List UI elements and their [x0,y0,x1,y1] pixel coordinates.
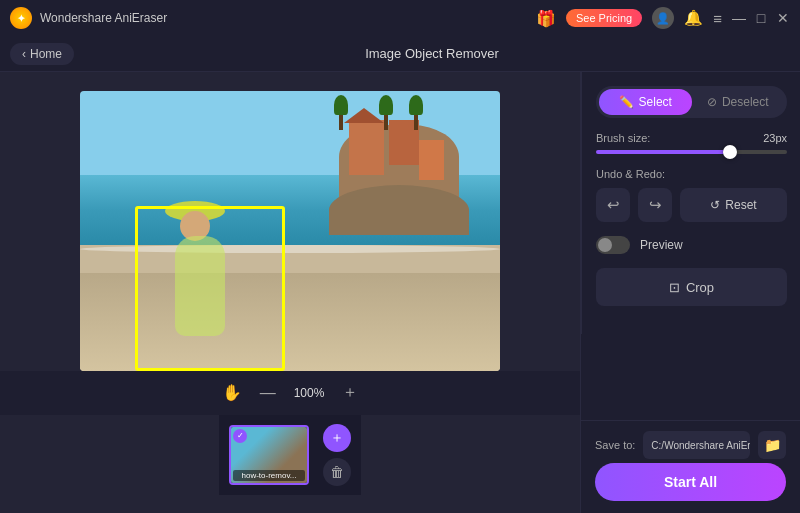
roof-1 [344,108,384,123]
undo-redo-section: Undo & Redo: ↩ ↪ ↺ Reset [596,168,787,222]
canvas-toolbar: ✋ — 100% ＋ [0,371,580,415]
home-button[interactable]: ‹ Home [10,43,74,65]
app-name: Wondershare AniEraser [40,11,167,25]
thumb-label: how-to-remov... [233,470,305,481]
folder-browse-button[interactable]: 📁 [758,431,786,459]
notification-icon[interactable]: 🔔 [684,9,703,27]
undo-button[interactable]: ↩ [596,188,630,222]
tree-1 [334,95,348,130]
reset-icon: ↺ [710,198,720,212]
brush-icon: ✏️ [619,95,634,109]
avatar[interactable]: 👤 [652,7,674,29]
tree-3 [409,95,423,130]
save-row: Save to: C:/Wondershare AniEraser/li ▾ 📁 [595,431,786,459]
island [319,105,479,235]
mode-toggle: ✏️ Select ⊘ Deselect [596,86,787,118]
minimize-button[interactable]: — [732,11,746,25]
reset-button[interactable]: ↺ Reset [680,188,787,222]
zoom-level: 100% [294,386,325,400]
eraser-icon: ⊘ [707,95,717,109]
preview-row: Preview [596,236,787,254]
tree-2 [379,95,393,130]
see-pricing-button[interactable]: See Pricing [566,9,642,27]
right-panel: ✏️ Select ⊘ Deselect Brush size: 23px [580,72,800,513]
thumb-actions: ＋ 🗑 [323,424,351,486]
hand-tool-button[interactable]: ✋ [222,383,242,402]
toggle-knob [598,238,612,252]
crop-icon: ⊡ [669,280,680,295]
right-panel-controls: ✏️ Select ⊘ Deselect Brush size: 23px [581,72,800,334]
zoom-out-button[interactable]: — [260,384,276,402]
undo-redo-row: ↩ ↪ ↺ Reset [596,188,787,222]
thumb-check-icon: ✓ [233,429,247,443]
preview-toggle[interactable] [596,236,630,254]
thumbnails-row: ✓ how-to-remov... ＋ 🗑 [219,415,361,495]
save-path[interactable]: C:/Wondershare AniEraser/li ▾ [643,431,750,459]
app-logo: ✦ [10,7,32,29]
title-bar-left: ✦ Wondershare AniEraser [10,7,167,29]
gift-icon: 🎁 [536,9,556,28]
main-area: ✋ — 100% ＋ ✓ how-to-remov... ＋ 🗑 ✏️ [0,72,800,513]
nav-bar: ‹ Home Image Object Remover [0,36,800,72]
preview-label: Preview [640,238,683,252]
thumbnail-item[interactable]: ✓ how-to-remov... [229,425,309,485]
canvas-area: ✋ — 100% ＋ ✓ how-to-remov... ＋ 🗑 [0,72,580,513]
undo-redo-label: Undo & Redo: [596,168,787,180]
menu-icon[interactable]: ≡ [713,10,722,27]
maximize-button[interactable]: □ [754,11,768,25]
brush-size-section: Brush size: 23px [596,132,787,154]
image-container[interactable] [80,91,500,371]
title-bar: ✦ Wondershare AniEraser 🎁 See Pricing 👤 … [0,0,800,36]
slider-thumb [723,145,737,159]
start-all-button[interactable]: Start All [595,463,786,501]
add-image-button[interactable]: ＋ [323,424,351,452]
brush-size-slider[interactable] [596,150,787,154]
close-button[interactable]: ✕ [776,11,790,25]
save-section: Save to: C:/Wondershare AniEraser/li ▾ 📁… [581,420,800,513]
brush-size-value: 23px [763,132,787,144]
crop-button[interactable]: ⊡ Crop [596,268,787,306]
deselect-mode-button[interactable]: ⊘ Deselect [692,89,785,115]
select-mode-button[interactable]: ✏️ Select [599,89,692,115]
selection-box[interactable] [135,206,285,371]
beach-scene [80,91,500,371]
page-title: Image Object Remover [74,46,790,61]
chevron-left-icon: ‹ [22,47,26,61]
brush-size-label: Brush size: 23px [596,132,787,144]
title-bar-right: 🎁 See Pricing 👤 🔔 ≡ — □ ✕ [536,7,790,29]
zoom-in-button[interactable]: ＋ [342,382,358,403]
window-controls: — □ ✕ [732,11,790,25]
redo-button[interactable]: ↪ [638,188,672,222]
building-3 [419,140,444,180]
island-base [329,185,469,235]
save-label: Save to: [595,439,635,451]
delete-image-button[interactable]: 🗑 [323,458,351,486]
